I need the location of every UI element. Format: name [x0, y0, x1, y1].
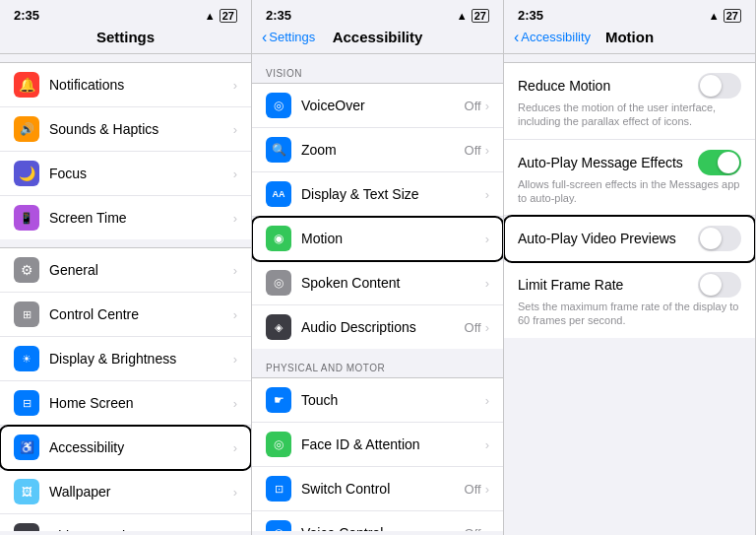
siri-icon: ◈ — [14, 523, 39, 531]
voicectrl-icon: ◎ — [266, 520, 291, 531]
voiceover-label: VoiceOver — [301, 98, 465, 113]
acc-item-zoom[interactable]: 🔍 Zoom Off › — [252, 128, 503, 172]
acc-item-faceid[interactable]: ◎ Face ID & Attention › — [252, 423, 503, 467]
notifications-label: Notifications — [49, 77, 233, 93]
status-bar-2: 2:35 ▲ 27 — [252, 0, 503, 27]
sidebar-item-controlcentre[interactable]: ⊞ Control Centre › — [0, 293, 251, 337]
faceidattn-label: Face ID & Attention — [301, 436, 485, 452]
switch-value: Off — [465, 482, 481, 497]
sidebar-item-screentime[interactable]: 📱 Screen Time › — [0, 196, 251, 239]
sidebar-item-notifications[interactable]: 🔔 Notifications › — [0, 63, 251, 107]
spoken-icon: ◎ — [266, 270, 291, 296]
autoplaymsg-toggle[interactable] — [698, 150, 741, 175]
wallpaper-icon: 🖼 — [14, 479, 39, 504]
accessibility-list[interactable]: VISION ◎ VoiceOver Off › 🔍 Zoom Off › AA… — [252, 54, 503, 531]
reducemotion-toggle[interactable] — [698, 73, 741, 99]
sidebar-item-focus[interactable]: 🌙 Focus › — [0, 152, 251, 196]
battery-indicator-1: 27 — [220, 9, 237, 23]
acc-item-audio[interactable]: ◈ Audio Descriptions Off › — [252, 305, 503, 349]
nav-back-3[interactable]: ‹ Accessibility — [514, 30, 591, 45]
displaytext-label: Display & Text Size — [301, 186, 485, 202]
reducemotion-row: Reduce Motion — [518, 73, 741, 99]
motion-item-reducemotion[interactable]: Reduce Motion Reduces the motion of the … — [504, 63, 755, 140]
status-icons-3: ▲ 27 — [709, 9, 741, 23]
limitframe-title: Limit Frame Rate — [518, 277, 623, 293]
autoplaymsg-desc: Allows full-screen effects in the Messag… — [518, 177, 741, 206]
displaytext-icon: AA — [266, 181, 291, 207]
reducemotion-title: Reduce Motion — [518, 78, 610, 94]
autoplayvideo-toggle[interactable] — [698, 226, 741, 251]
motion-list[interactable]: Reduce Motion Reduces the motion of the … — [504, 54, 755, 531]
limitframe-thumb — [700, 274, 722, 296]
acc-item-switch[interactable]: ⊡ Switch Control Off › — [252, 467, 503, 511]
wallpaper-label: Wallpaper — [49, 484, 233, 500]
voicectrl-value: Off — [465, 526, 481, 532]
acc-item-spoken[interactable]: ◎ Spoken Content › — [252, 261, 503, 305]
nav-bar-3: ‹ Accessibility Motion — [504, 27, 755, 54]
nav-back-2[interactable]: ‹ Settings — [262, 30, 315, 45]
voicectrl-label: Voice Control — [301, 525, 465, 531]
general-icon: ⚙ — [14, 257, 39, 283]
autoplayvideo-thumb — [700, 228, 722, 249]
display-icon: ☀ — [14, 346, 39, 371]
sidebar-item-homescreen[interactable]: ⊟ Home Screen › — [0, 381, 251, 426]
limitframe-toggle[interactable] — [698, 272, 741, 298]
status-time-1: 2:35 — [14, 8, 39, 23]
physical-group: ☛ Touch › ◎ Face ID & Attention › ⊡ Swit… — [252, 377, 503, 531]
accessibility-panel: 2:35 ▲ 27 ‹ Settings Accessibility VISIO… — [252, 0, 504, 535]
acc-item-voicectrl[interactable]: ◎ Voice Control Off › — [252, 511, 503, 531]
back-label-3: Accessibility — [521, 30, 591, 44]
back-label-2: Settings — [269, 30, 315, 44]
general-label: General — [49, 262, 233, 278]
acc-item-motion[interactable]: ◉ Motion › — [252, 217, 503, 261]
limitframe-row: Limit Frame Rate — [518, 272, 741, 298]
status-bar-3: 2:35 ▲ 27 — [504, 0, 755, 27]
limitframe-desc: Sets the maximum frame rate of the displ… — [518, 300, 741, 328]
back-chevron-3: ‹ — [514, 30, 519, 45]
siri-label: Siri & Search — [49, 528, 233, 531]
wifi-icon-3: ▲ — [709, 10, 720, 22]
accessibility-label: Accessibility — [49, 439, 233, 455]
vision-group: ◎ VoiceOver Off › 🔍 Zoom Off › AA Displa… — [252, 83, 503, 349]
touch-label: Touch — [301, 392, 485, 408]
sidebar-item-wallpaper[interactable]: 🖼 Wallpaper › — [0, 470, 251, 514]
battery-indicator-3: 27 — [724, 9, 741, 23]
wifi-icon-2: ▲ — [457, 10, 468, 22]
sidebar-item-display[interactable]: ☀ Display & Brightness › — [0, 337, 251, 381]
homescreen-label: Home Screen — [49, 395, 233, 411]
faceidattn-icon: ◎ — [266, 432, 291, 457]
notifications-icon: 🔔 — [14, 72, 39, 98]
sidebar-item-siri[interactable]: ◈ Siri & Search › — [0, 514, 251, 531]
spoken-label: Spoken Content — [301, 275, 485, 291]
autoplaymsg-title: Auto-Play Message Effects — [518, 155, 683, 170]
switch-icon: ⊡ — [266, 476, 291, 502]
sidebar-item-general[interactable]: ⚙ General › — [0, 248, 251, 293]
status-time-2: 2:35 — [266, 8, 291, 23]
sidebar-item-sounds[interactable]: 🔊 Sounds & Haptics › — [0, 107, 251, 152]
bottom-bar-2 — [252, 531, 503, 535]
status-bar-1: 2:35 ▲ 27 — [0, 0, 251, 27]
motion-item-autoplayvideo[interactable]: Auto-Play Video Previews — [504, 216, 755, 262]
acc-item-voiceover[interactable]: ◎ VoiceOver Off › — [252, 84, 503, 128]
motion-item-autoplaymsg[interactable]: Auto-Play Message Effects Allows full-sc… — [504, 140, 755, 217]
zoom-label: Zoom — [301, 142, 465, 158]
autoplaymsg-thumb — [718, 152, 739, 173]
motion-panel: 2:35 ▲ 27 ‹ Accessibility Motion Reduce … — [504, 0, 756, 535]
settings-panel: 2:35 ▲ 27 Settings 🔔 Notifications › 🔊 S… — [0, 0, 252, 535]
acc-item-display[interactable]: AA Display & Text Size › — [252, 172, 503, 217]
vision-header: VISION — [252, 54, 503, 83]
status-time-3: 2:35 — [518, 8, 543, 23]
focus-label: Focus — [49, 166, 233, 181]
motion-item-limitframe[interactable]: Limit Frame Rate Sets the maximum frame … — [504, 262, 755, 338]
homescreen-icon: ⊟ — [14, 390, 39, 416]
settings-list[interactable]: 🔔 Notifications › 🔊 Sounds & Haptics › 🌙… — [0, 54, 251, 531]
reducemotion-thumb — [700, 75, 722, 97]
sidebar-item-accessibility[interactable]: ♿ Accessibility › — [0, 426, 251, 470]
autoplaymsg-row: Auto-Play Message Effects — [518, 150, 741, 175]
controlcentre-icon: ⊞ — [14, 301, 39, 327]
switch-label: Switch Control — [301, 481, 465, 497]
accessibility-nav-title: Accessibility — [333, 29, 423, 45]
motion-group: Reduce Motion Reduces the motion of the … — [504, 62, 755, 338]
wifi-icon-1: ▲ — [205, 10, 216, 22]
acc-item-touch[interactable]: ☛ Touch › — [252, 378, 503, 423]
